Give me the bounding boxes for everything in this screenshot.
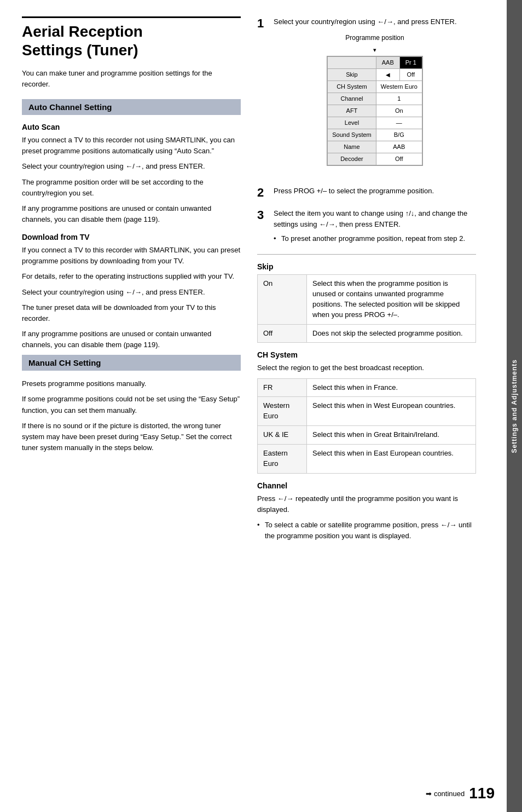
ch-western-key: Western Euro <box>258 397 307 426</box>
diagram-header-row: AAB Pr 1 <box>328 56 422 68</box>
diagram-arrow: ▾ <box>274 45 476 55</box>
auto-scan-title: Auto Scan <box>22 123 241 131</box>
ch-row-fr: FR Select this when in France. <box>258 378 476 397</box>
page-number: 119 <box>469 785 495 802</box>
skip-row-on: On Select this when the programme positi… <box>258 275 476 324</box>
ch-uk-key: UK & IE <box>258 426 307 445</box>
skip-on-key: On <box>258 275 307 324</box>
download-tv-title: Download from TV <box>22 233 241 241</box>
manual-ch-para1: Presets programme positions manually. <box>22 378 241 389</box>
auto-scan-para4: If any programme positions are unused or… <box>22 203 241 225</box>
diagram-row-skip: Skip ◀ Off <box>328 68 422 80</box>
ch-fr-desc: Select this when in France. <box>307 378 476 397</box>
step-3-bullet: To preset another programme position, re… <box>274 233 476 244</box>
auto-scan-para2: Select your country/region using ←/→, an… <box>22 161 241 172</box>
page-footer: ➡ continued 119 <box>426 785 495 802</box>
page-title: Aerial Reception Settings (Tuner) <box>22 16 241 59</box>
programme-diagram: Programme position ▾ AAB Pr 1 <box>274 33 476 169</box>
ch-row-eastern-euro: Eastern Euro Select this when in East Eu… <box>258 444 476 473</box>
sidebar-tab: Settings and Adjustments <box>507 0 522 812</box>
page-container: Aerial Reception Settings (Tuner) You ca… <box>0 0 522 812</box>
ch-row-uk-ie: UK & IE Select this when in Great Britai… <box>258 426 476 445</box>
step-3-content: Select the item you want to change using… <box>274 208 476 246</box>
diagram-row-name: Name AAB <box>328 141 422 153</box>
diagram-row-decoder: Decoder Off <box>328 153 422 165</box>
auto-channel-section-label: Auto Channel Setting <box>22 99 241 115</box>
ch-system-intro: Select the region to get the best broadc… <box>257 362 476 373</box>
manual-ch-section-label: Manual CH Setting <box>22 355 241 371</box>
skip-table: On Select this when the programme positi… <box>257 274 476 343</box>
channel-title: Channel <box>257 481 476 490</box>
diagram-row-soundsys: Sound System B/G <box>328 129 422 141</box>
download-tv-para1: If you connect a TV to this recorder wit… <box>22 245 241 267</box>
ch-western-desc: Select this when in West European countr… <box>307 397 476 426</box>
step-2-content: Press PROG +/– to select the programme p… <box>274 186 476 200</box>
main-content: Aerial Reception Settings (Tuner) You ca… <box>0 0 492 812</box>
continued-arrow: ➡ continued <box>426 790 465 798</box>
download-tv-para3: Select your country/region using ←/→, an… <box>22 287 241 298</box>
ch-eastern-desc: Select this when in East European countr… <box>307 444 476 473</box>
skip-row-off: Off Does not skip the selected programme… <box>258 324 476 343</box>
step-1-content: Select your country/region using ←/→, an… <box>274 16 476 178</box>
download-tv-para4: The tuner preset data will be downloaded… <box>22 302 241 324</box>
diagram-row-chsystem: CH System Western Euro <box>328 80 422 93</box>
auto-scan-para1: If you connect a TV to this recorder not… <box>22 135 241 157</box>
download-tv-para2: For details, refer to the operating inst… <box>22 271 241 282</box>
channel-bullet1: To select a cable or satellite programme… <box>257 520 476 542</box>
ch-row-western-euro: Western Euro Select this when in West Eu… <box>258 397 476 426</box>
ch-system-title: CH System <box>257 350 476 359</box>
step-1-text: Select your country/region using ←/→, an… <box>274 18 457 26</box>
auto-scan-para3: The programme position order will be set… <box>22 177 241 199</box>
step-2-text: Press PROG +/– to select the programme p… <box>274 187 434 195</box>
step-2: 2 Press PROG +/– to select the programme… <box>257 186 476 200</box>
download-tv-para5: If any programme positions are unused or… <box>22 329 241 350</box>
ch-eastern-key: Eastern Euro <box>258 444 307 473</box>
step-3: 3 Select the item you want to change usi… <box>257 208 476 246</box>
ch-uk-desc: Select this when in Great Britain/Irelan… <box>307 426 476 445</box>
diagram-table: AAB Pr 1 Skip ◀ Off CH S <box>327 56 423 166</box>
step-1-number: 1 <box>257 16 268 178</box>
step-2-number: 2 <box>257 186 268 200</box>
manual-ch-para2: If some programme positions could not be… <box>22 394 241 416</box>
diagram-row-level: Level — <box>328 117 422 129</box>
ch-fr-key: FR <box>258 378 307 397</box>
sidebar-tab-text: Settings and Adjustments <box>511 359 518 453</box>
intro-text: You can make tuner and programme positio… <box>22 68 241 89</box>
skip-off-desc: Does not skip the selected programme pos… <box>307 324 476 343</box>
diagram-row-channel: Channel 1 <box>328 93 422 105</box>
skip-on-desc: Select this when the programme position … <box>307 275 476 324</box>
skip-off-key: Off <box>258 324 307 343</box>
diagram-row-aft: AFT On <box>328 105 422 117</box>
two-column-layout: Aerial Reception Settings (Tuner) You ca… <box>22 16 476 544</box>
ch-system-table: FR Select this when in France. Western E… <box>257 378 476 474</box>
step-1: 1 Select your country/region using ←/→, … <box>257 16 476 178</box>
step-3-text: Select the item you want to change using… <box>274 208 476 230</box>
divider <box>257 254 476 255</box>
left-column: Aerial Reception Settings (Tuner) You ca… <box>22 16 241 544</box>
step-3-number: 3 <box>257 208 268 246</box>
manual-ch-para3: If there is no sound or if the picture i… <box>22 421 241 453</box>
skip-title: Skip <box>257 262 476 271</box>
right-column: 1 Select your country/region using ←/→, … <box>257 16 476 544</box>
diagram-label: Programme position <box>274 33 476 43</box>
channel-para1: Press ←/→ repeatedly until the programme… <box>257 493 476 515</box>
